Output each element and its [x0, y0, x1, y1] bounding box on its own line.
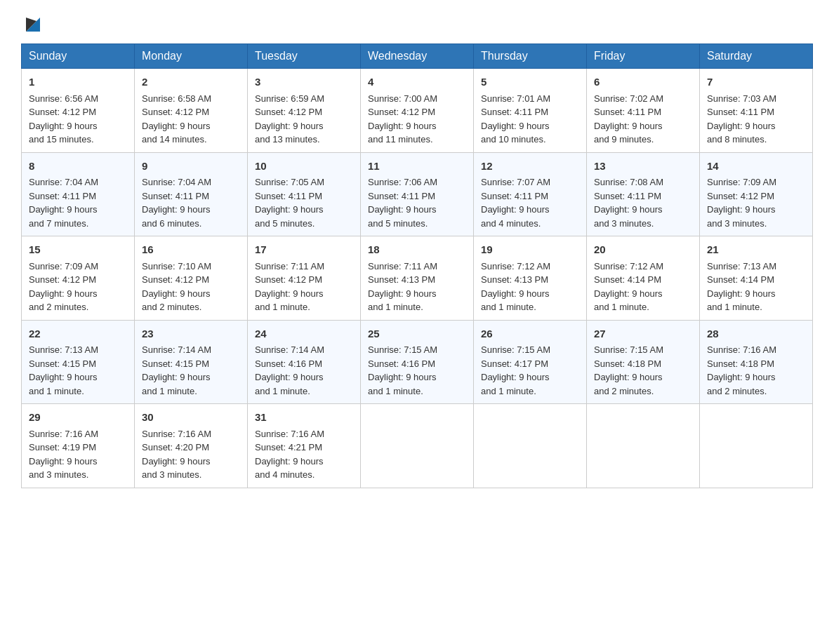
calendar-cell: 14Sunrise: 7:09 AMSunset: 4:12 PMDayligh… — [700, 152, 813, 236]
day-number: 7 — [707, 74, 805, 90]
day-number: 6 — [594, 74, 692, 90]
week-row-2: 8Sunrise: 7:04 AMSunset: 4:11 PMDaylight… — [22, 152, 813, 236]
calendar-cell: 8Sunrise: 7:04 AMSunset: 4:11 PMDaylight… — [22, 152, 135, 236]
sunrise-text: Sunrise: 7:14 AMSunset: 4:15 PMDaylight:… — [142, 344, 211, 396]
day-number: 13 — [594, 159, 692, 175]
sunrise-text: Sunrise: 7:12 AMSunset: 4:14 PMDaylight:… — [594, 261, 663, 313]
calendar-cell: 21Sunrise: 7:13 AMSunset: 4:14 PMDayligh… — [700, 236, 813, 321]
sunrise-text: Sunrise: 6:58 AMSunset: 4:12 PMDaylight:… — [142, 93, 211, 145]
sunrise-text: Sunrise: 7:09 AMSunset: 4:12 PMDaylight:… — [29, 261, 98, 313]
calendar-cell: 4Sunrise: 7:00 AMSunset: 4:12 PMDaylight… — [361, 69, 474, 153]
calendar-cell: 22Sunrise: 7:13 AMSunset: 4:15 PMDayligh… — [22, 320, 135, 404]
logo — [21, 14, 44, 31]
calendar-cell: 17Sunrise: 7:11 AMSunset: 4:12 PMDayligh… — [248, 236, 361, 321]
sunrise-text: Sunrise: 6:59 AMSunset: 4:12 PMDaylight:… — [255, 93, 324, 145]
calendar-table: SundayMondayTuesdayWednesdayThursdayFrid… — [21, 43, 813, 488]
day-number: 25 — [368, 326, 466, 342]
header-monday: Monday — [135, 44, 248, 69]
calendar-cell: 27Sunrise: 7:15 AMSunset: 4:18 PMDayligh… — [587, 320, 700, 404]
header-sunday: Sunday — [22, 44, 135, 69]
day-number: 17 — [255, 242, 353, 258]
calendar-cell: 13Sunrise: 7:08 AMSunset: 4:11 PMDayligh… — [587, 152, 700, 236]
sunrise-text: Sunrise: 7:16 AMSunset: 4:21 PMDaylight:… — [255, 429, 324, 481]
day-number: 23 — [142, 326, 240, 342]
calendar-cell: 1Sunrise: 6:56 AMSunset: 4:12 PMDaylight… — [22, 69, 135, 153]
day-number: 18 — [368, 242, 466, 258]
sunrise-text: Sunrise: 7:16 AMSunset: 4:18 PMDaylight:… — [707, 344, 776, 396]
day-number: 1 — [29, 74, 127, 90]
sunrise-text: Sunrise: 7:06 AMSunset: 4:11 PMDaylight:… — [368, 177, 437, 229]
calendar-cell: 2Sunrise: 6:58 AMSunset: 4:12 PMDaylight… — [135, 69, 248, 153]
day-number: 26 — [481, 326, 579, 342]
day-number: 27 — [594, 326, 692, 342]
page-header — [21, 14, 813, 31]
sunrise-text: Sunrise: 7:04 AMSunset: 4:11 PMDaylight:… — [29, 177, 98, 229]
day-number: 2 — [142, 74, 240, 90]
calendar-cell: 23Sunrise: 7:14 AMSunset: 4:15 PMDayligh… — [135, 320, 248, 404]
sunrise-text: Sunrise: 7:09 AMSunset: 4:12 PMDaylight:… — [707, 177, 776, 229]
day-number: 14 — [707, 159, 805, 175]
sunrise-text: Sunrise: 7:02 AMSunset: 4:11 PMDaylight:… — [594, 93, 663, 145]
sunrise-text: Sunrise: 7:16 AMSunset: 4:20 PMDaylight:… — [142, 429, 211, 481]
sunrise-text: Sunrise: 7:11 AMSunset: 4:13 PMDaylight:… — [368, 261, 437, 313]
logo-triangle-icon — [22, 14, 44, 35]
sunrise-text: Sunrise: 7:04 AMSunset: 4:11 PMDaylight:… — [142, 177, 211, 229]
calendar-cell: 10Sunrise: 7:05 AMSunset: 4:11 PMDayligh… — [248, 152, 361, 236]
sunrise-text: Sunrise: 7:16 AMSunset: 4:19 PMDaylight:… — [29, 429, 98, 481]
day-number: 22 — [29, 326, 127, 342]
day-number: 3 — [255, 74, 353, 90]
calendar-cell: 3Sunrise: 6:59 AMSunset: 4:12 PMDaylight… — [248, 69, 361, 153]
sunrise-text: Sunrise: 7:11 AMSunset: 4:12 PMDaylight:… — [255, 261, 324, 313]
header-tuesday: Tuesday — [248, 44, 361, 69]
day-number: 20 — [594, 242, 692, 258]
calendar-cell: 16Sunrise: 7:10 AMSunset: 4:12 PMDayligh… — [135, 236, 248, 321]
calendar-cell — [361, 404, 474, 488]
week-row-3: 15Sunrise: 7:09 AMSunset: 4:12 PMDayligh… — [22, 236, 813, 321]
calendar-cell: 11Sunrise: 7:06 AMSunset: 4:11 PMDayligh… — [361, 152, 474, 236]
sunrise-text: Sunrise: 7:00 AMSunset: 4:12 PMDaylight:… — [368, 93, 437, 145]
calendar-cell — [587, 404, 700, 488]
sunrise-text: Sunrise: 7:01 AMSunset: 4:11 PMDaylight:… — [481, 93, 550, 145]
day-number: 30 — [142, 410, 240, 426]
header-thursday: Thursday — [474, 44, 587, 69]
calendar-cell: 28Sunrise: 7:16 AMSunset: 4:18 PMDayligh… — [700, 320, 813, 404]
calendar-cell: 18Sunrise: 7:11 AMSunset: 4:13 PMDayligh… — [361, 236, 474, 321]
header-friday: Friday — [587, 44, 700, 69]
day-number: 9 — [142, 159, 240, 175]
calendar-cell: 12Sunrise: 7:07 AMSunset: 4:11 PMDayligh… — [474, 152, 587, 236]
sunrise-text: Sunrise: 7:07 AMSunset: 4:11 PMDaylight:… — [481, 177, 550, 229]
sunrise-text: Sunrise: 7:15 AMSunset: 4:16 PMDaylight:… — [368, 344, 437, 396]
day-number: 16 — [142, 242, 240, 258]
calendar-cell: 5Sunrise: 7:01 AMSunset: 4:11 PMDaylight… — [474, 69, 587, 153]
sunrise-text: Sunrise: 7:03 AMSunset: 4:11 PMDaylight:… — [707, 93, 776, 145]
day-number: 8 — [29, 159, 127, 175]
calendar-cell: 7Sunrise: 7:03 AMSunset: 4:11 PMDaylight… — [700, 69, 813, 153]
week-row-4: 22Sunrise: 7:13 AMSunset: 4:15 PMDayligh… — [22, 320, 813, 404]
calendar-cell: 19Sunrise: 7:12 AMSunset: 4:13 PMDayligh… — [474, 236, 587, 321]
day-number: 28 — [707, 326, 805, 342]
week-row-1: 1Sunrise: 6:56 AMSunset: 4:12 PMDaylight… — [22, 69, 813, 153]
sunrise-text: Sunrise: 7:12 AMSunset: 4:13 PMDaylight:… — [481, 261, 550, 313]
calendar-cell: 15Sunrise: 7:09 AMSunset: 4:12 PMDayligh… — [22, 236, 135, 321]
week-row-5: 29Sunrise: 7:16 AMSunset: 4:19 PMDayligh… — [22, 404, 813, 488]
sunrise-text: Sunrise: 7:08 AMSunset: 4:11 PMDaylight:… — [594, 177, 663, 229]
sunrise-text: Sunrise: 6:56 AMSunset: 4:12 PMDaylight:… — [29, 93, 98, 145]
sunrise-text: Sunrise: 7:13 AMSunset: 4:15 PMDaylight:… — [29, 344, 98, 396]
calendar-cell: 31Sunrise: 7:16 AMSunset: 4:21 PMDayligh… — [248, 404, 361, 488]
calendar-cell: 26Sunrise: 7:15 AMSunset: 4:17 PMDayligh… — [474, 320, 587, 404]
day-number: 4 — [368, 74, 466, 90]
header-saturday: Saturday — [700, 44, 813, 69]
day-number: 15 — [29, 242, 127, 258]
calendar-cell — [700, 404, 813, 488]
day-number: 31 — [255, 410, 353, 426]
day-number: 10 — [255, 159, 353, 175]
calendar-cell: 29Sunrise: 7:16 AMSunset: 4:19 PMDayligh… — [22, 404, 135, 488]
day-number: 21 — [707, 242, 805, 258]
day-number: 19 — [481, 242, 579, 258]
sunrise-text: Sunrise: 7:14 AMSunset: 4:16 PMDaylight:… — [255, 344, 324, 396]
header-row: SundayMondayTuesdayWednesdayThursdayFrid… — [22, 44, 813, 69]
calendar-cell: 25Sunrise: 7:15 AMSunset: 4:16 PMDayligh… — [361, 320, 474, 404]
day-number: 29 — [29, 410, 127, 426]
calendar-cell: 20Sunrise: 7:12 AMSunset: 4:14 PMDayligh… — [587, 236, 700, 321]
calendar-cell: 6Sunrise: 7:02 AMSunset: 4:11 PMDaylight… — [587, 69, 700, 153]
